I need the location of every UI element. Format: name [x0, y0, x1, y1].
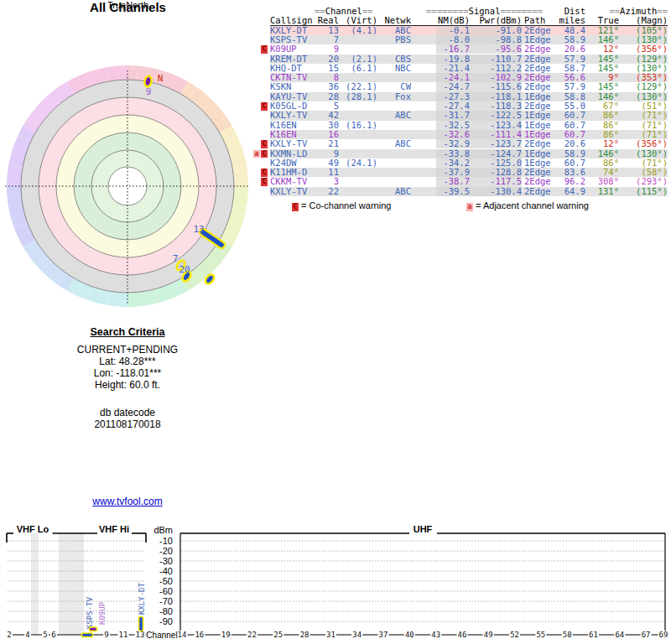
x-tick-label: 11: [119, 631, 128, 639]
cell-path: 2Edge: [524, 139, 558, 148]
search-lat: Lat: 48.28***: [23, 356, 232, 367]
cell-miles: 20.6: [557, 139, 585, 148]
cell-nm: -16.7: [436, 44, 470, 54]
co-channel-badge: C: [261, 178, 268, 186]
station-label-ksps-tv: KSPS-TV: [86, 596, 94, 629]
cell-path: 2Edge: [524, 177, 558, 186]
x-tick-label: 2: [7, 631, 11, 639]
x-tick-label: 67: [642, 631, 651, 639]
legend-item: a = Adjacent channel warning: [466, 200, 589, 210]
search-criteria-heading: Search Criteria: [23, 326, 232, 338]
cell-true: 308°: [590, 177, 619, 186]
cell-real: 9: [304, 44, 339, 54]
cell-virt: [339, 177, 377, 186]
marker-label-7: 7: [173, 253, 179, 264]
station-marker-kxly-dt: [139, 617, 143, 631]
x-tick-label: 61: [589, 631, 598, 639]
y-tick-label: -50: [159, 576, 173, 586]
station-label-k09up: K09UP: [98, 601, 107, 625]
cell-path: 2Edge: [524, 44, 558, 54]
x-tick-label: 16: [195, 631, 204, 639]
column-header-miles: miles: [557, 16, 585, 25]
warning-badges: C: [252, 102, 268, 111]
cell-true: 86°: [590, 111, 619, 120]
cell-nm: -39.5: [436, 187, 470, 196]
x-tick-label: 6: [51, 631, 55, 639]
cell-virt: (22.1): [339, 82, 377, 91]
cell-true: 12°: [590, 139, 619, 148]
db-datecode-value: 201108170018: [23, 419, 232, 431]
site-link-wrap: www.tvfool.com: [23, 496, 232, 507]
warning-badges: aC: [252, 150, 268, 158]
cell-virt: [339, 168, 377, 177]
cell-virt: (28.1): [339, 92, 377, 101]
column-header-true: True: [590, 16, 619, 25]
x-tick-label: 64: [615, 631, 624, 639]
x-tick-label: 58: [563, 631, 572, 639]
co-channel-badge: C: [261, 45, 268, 54]
table-row: KXLY-TV42ABC-31.7-122.51Edge60.786°(71°): [270, 111, 668, 120]
column-header-magn: (Magn): [621, 16, 668, 25]
db-datecode-block: db datecode 201108170018: [23, 408, 232, 430]
column-header-path: Path: [524, 16, 558, 25]
cell-virt: [339, 130, 377, 139]
adjacent-channel-badge: a: [253, 150, 260, 158]
cell-netwk: [379, 158, 411, 168]
cell-magn: (356°): [621, 44, 668, 54]
cell-netwk: NBC: [379, 64, 411, 73]
cell-virt: (4.1): [339, 26, 377, 35]
table-row: CKKM-TV3-38.7-117.52Edge96.2308°(293°): [270, 177, 668, 186]
warning-badges: C: [252, 45, 268, 54]
cell-pwr: -95.6: [470, 44, 522, 54]
marker-label-20: 20: [179, 264, 190, 275]
y-tick-label: -10: [159, 536, 173, 546]
co-channel-badge: C: [292, 203, 299, 211]
search-mode: CURRENT+PENDING: [23, 344, 232, 356]
unused-spectrum-band: [59, 533, 84, 635]
x-tick-label: 69: [659, 631, 668, 639]
cell-path: 1Edge: [524, 111, 558, 120]
legend-text: = Adjacent channel warning: [473, 200, 589, 210]
x-tick-label: 13: [136, 631, 145, 639]
x-tick-label: 40: [405, 631, 414, 639]
table-row: KSKN36(22.1)CW-24.7-115.62Edge57.9145°(1…: [270, 82, 668, 91]
co-channel-badge: C: [261, 102, 268, 111]
search-lon: Lon: -118.01***: [23, 367, 232, 379]
cell-path: 2Edge: [524, 187, 558, 196]
cell-miles: 64.9: [557, 187, 585, 196]
column-header-virt: (Virt): [339, 16, 377, 25]
cell-netwk: [379, 121, 411, 130]
cell-netwk: [379, 168, 411, 177]
cell-true: 145°: [590, 82, 619, 91]
y-tick-label: -60: [159, 586, 173, 596]
x-tick-label: 37: [379, 631, 388, 639]
tvfool-link[interactable]: www.tvfool.com: [92, 496, 162, 507]
band-label: VHF Hi: [99, 524, 129, 534]
x-tick-label: 28: [300, 631, 309, 639]
y-tick-label: -40: [159, 566, 173, 576]
y-tick-label: -80: [159, 606, 173, 616]
column-header-nmdb: NM(dB): [436, 16, 470, 25]
db-datecode-label: db datecode: [23, 408, 232, 419]
cell-netwk: ABC: [379, 187, 411, 196]
cell-magn: (115°): [621, 187, 668, 196]
x-tick-label: 14: [178, 631, 187, 639]
y-tick-label: -90: [159, 616, 173, 626]
cell-real: 3: [304, 177, 339, 186]
cell-magn: (356°): [621, 139, 668, 148]
cell-netwk: ABC: [379, 111, 411, 120]
cell-pwr: -122.5: [470, 111, 522, 120]
spectrum-chart: VHF LoVHF HiUHFdBm-10-20-30-40-50-60-70-…: [0, 518, 671, 644]
station-marker-ksps-tv: [82, 633, 93, 637]
cell-netwk: [379, 149, 411, 158]
cell-real: 36: [304, 82, 339, 91]
warning-badges: C: [252, 140, 268, 148]
cell-virt: [339, 139, 377, 148]
warning-badges: C: [252, 178, 268, 186]
cell-netwk: Fox: [379, 92, 411, 101]
co-channel-badge: C: [261, 140, 268, 148]
cell-netwk: [379, 177, 411, 186]
legend-item: C = Co-channel warning: [292, 200, 391, 210]
cell-miles: 20.6: [557, 44, 585, 54]
station-marker-k09up: [90, 627, 97, 631]
